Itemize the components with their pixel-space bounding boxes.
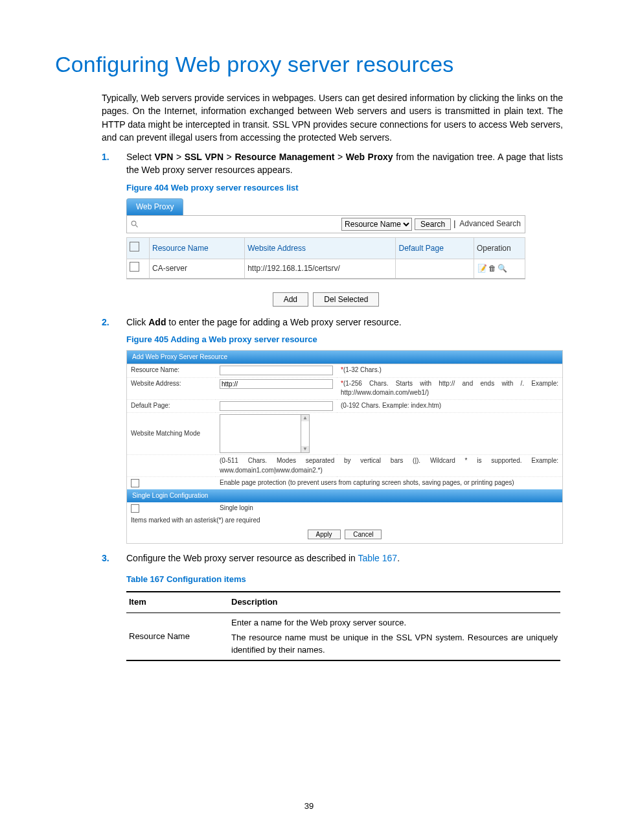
figure-404: Web Proxy Resource Name Search | Advance… xyxy=(126,198,525,307)
search-bar: Resource Name Search | Advanced Search xyxy=(126,215,525,233)
step1-text: Select VPN > SSL VPN > Resource Manageme… xyxy=(126,152,563,175)
cell-default-page xyxy=(396,259,474,279)
search-button[interactable]: Search xyxy=(415,218,451,230)
resource-name-input[interactable] xyxy=(220,366,333,375)
step3-text: Configure the Web proxy server resource … xyxy=(126,553,400,563)
cell-item: Resource Name xyxy=(126,612,229,660)
label-website-address: Website Address: xyxy=(127,377,216,399)
label-resource-name: Resource Name: xyxy=(127,364,216,377)
select-all-checkbox[interactable] xyxy=(130,242,139,251)
th-description: Description xyxy=(229,592,560,612)
edit-icon[interactable]: 📝 xyxy=(477,264,487,273)
intro-paragraph: Typically, Web servers provide services … xyxy=(102,91,563,144)
add-button[interactable]: Add xyxy=(273,292,308,307)
advanced-search-link[interactable]: Advanced Search xyxy=(459,218,521,229)
step2-text: Click Add to enter the page for adding a… xyxy=(126,317,402,327)
figure-404-caption: Figure 404 Web proxy server resources li… xyxy=(126,182,563,194)
step-1: 1. Select VPN > SSL VPN > Resource Manag… xyxy=(102,150,563,307)
single-login-section-header: Single Login Configuration xyxy=(127,489,562,503)
label-default-page: Default Page: xyxy=(127,399,216,413)
table-167-caption: Table 167 Configuration items xyxy=(126,574,563,586)
step-number: 3. xyxy=(102,552,109,565)
step-number: 1. xyxy=(102,150,109,163)
del-selected-button[interactable]: Del Selected xyxy=(313,292,379,307)
web-proxy-tab[interactable]: Web Proxy xyxy=(126,198,183,215)
svg-line-1 xyxy=(136,226,138,228)
page-title: Configuring Web proxy server resources xyxy=(55,52,563,77)
filter-field-select[interactable]: Resource Name xyxy=(341,218,412,231)
search-icon xyxy=(129,218,141,230)
apply-button[interactable]: Apply xyxy=(308,530,341,539)
cancel-button[interactable]: Cancel xyxy=(345,530,382,539)
resource-table: Resource Name Website Address Default Pa… xyxy=(126,237,525,279)
cell-operation: 📝🗑🔍 xyxy=(474,259,525,279)
website-address-input[interactable] xyxy=(220,379,333,389)
cell-description: Enter a name for the Web proxy server so… xyxy=(229,612,560,660)
page-number: 39 xyxy=(0,801,618,811)
matching-mode-textarea[interactable] xyxy=(220,414,301,453)
delete-icon[interactable]: 🗑 xyxy=(488,264,496,273)
col-website-address[interactable]: Website Address xyxy=(245,238,396,259)
svg-point-0 xyxy=(132,221,136,226)
page-protection-checkbox[interactable] xyxy=(131,479,139,487)
page-protection-label: Enable page protection (to prevent users… xyxy=(216,477,562,489)
row-checkbox[interactable] xyxy=(130,262,139,272)
table-167: Item Description Resource Name Enter a n… xyxy=(126,591,560,661)
form-header: Add Web Proxy Server Resource xyxy=(127,351,562,365)
matching-mode-note: (0-511 Chars. Modes separated by vertica… xyxy=(216,455,562,477)
col-default-page[interactable]: Default Page xyxy=(396,238,474,259)
search-input[interactable] xyxy=(143,218,339,231)
figure-405-caption: Figure 405 Adding a Web proxy server res… xyxy=(126,334,563,346)
single-login-checkbox[interactable] xyxy=(131,504,139,513)
figure-405: Add Web Proxy Server Resource Resource N… xyxy=(126,350,563,544)
th-item: Item xyxy=(126,592,229,612)
cell-website-address: http://192.168.1.15/certsrv/ xyxy=(245,259,396,279)
textarea-scrollbar[interactable]: ▲▼ xyxy=(301,414,310,453)
single-login-label: Single login xyxy=(216,502,562,515)
col-resource-name[interactable]: Resource Name xyxy=(150,238,245,259)
table-row: CA-server http://192.168.1.15/certsrv/ 📝… xyxy=(127,259,525,279)
cell-resource-name: CA-server xyxy=(150,259,245,279)
step-number: 2. xyxy=(102,316,109,329)
label-matching-mode: Website Matching Mode xyxy=(127,413,216,455)
step-2: 2. Click Add to enter the page for addin… xyxy=(102,316,563,544)
col-operation: Operation xyxy=(474,238,525,259)
table-row: Resource Name Enter a name for the Web p… xyxy=(126,612,560,660)
required-note: Items marked with an asterisk(*) are req… xyxy=(127,515,562,527)
default-page-input[interactable] xyxy=(220,401,333,411)
step-3: 3. Configure the Web proxy server resour… xyxy=(102,552,563,662)
table-167-ref[interactable]: Table 167 xyxy=(358,553,397,563)
view-icon[interactable]: 🔍 xyxy=(498,264,507,273)
